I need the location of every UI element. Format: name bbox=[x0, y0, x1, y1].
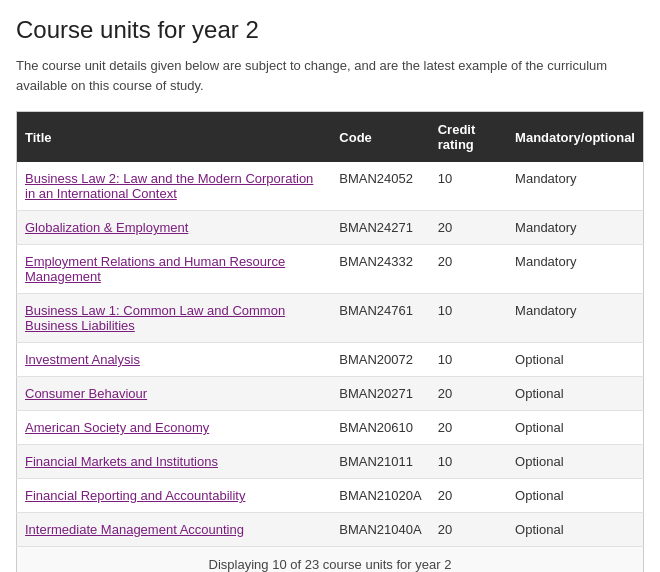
table-footer-row: Displaying 10 of 23 course units for yea… bbox=[17, 547, 644, 573]
cell-title[interactable]: Consumer Behaviour bbox=[17, 377, 332, 411]
cell-mandatory: Mandatory bbox=[507, 162, 643, 211]
cell-credit: 20 bbox=[430, 377, 507, 411]
cell-mandatory: Optional bbox=[507, 513, 643, 547]
course-link[interactable]: Consumer Behaviour bbox=[25, 386, 147, 401]
cell-credit: 10 bbox=[430, 445, 507, 479]
cell-title[interactable]: Business Law 1: Common Law and Common Bu… bbox=[17, 294, 332, 343]
course-link[interactable]: Financial Reporting and Accountability bbox=[25, 488, 245, 503]
col-header-code: Code bbox=[331, 112, 429, 163]
cell-credit: 10 bbox=[430, 294, 507, 343]
cell-code: BMAN24052 bbox=[331, 162, 429, 211]
cell-mandatory: Mandatory bbox=[507, 211, 643, 245]
intro-text: The course unit details given below are … bbox=[16, 56, 644, 95]
cell-code: BMAN24332 bbox=[331, 245, 429, 294]
cell-code: BMAN24761 bbox=[331, 294, 429, 343]
cell-code: BMAN24271 bbox=[331, 211, 429, 245]
table-row: Financial Reporting and AccountabilityBM… bbox=[17, 479, 644, 513]
cell-credit: 20 bbox=[430, 411, 507, 445]
course-link[interactable]: Business Law 1: Common Law and Common Bu… bbox=[25, 303, 285, 333]
cell-mandatory: Optional bbox=[507, 343, 643, 377]
cell-title[interactable]: Globalization & Employment bbox=[17, 211, 332, 245]
course-link[interactable]: Business Law 2: Law and the Modern Corpo… bbox=[25, 171, 313, 201]
cell-title[interactable]: Business Law 2: Law and the Modern Corpo… bbox=[17, 162, 332, 211]
table-row: Business Law 1: Common Law and Common Bu… bbox=[17, 294, 644, 343]
cell-credit: 10 bbox=[430, 343, 507, 377]
col-header-mandatory: Mandatory/optional bbox=[507, 112, 643, 163]
course-link[interactable]: Financial Markets and Institutions bbox=[25, 454, 218, 469]
table-row: Consumer BehaviourBMAN2027120Optional bbox=[17, 377, 644, 411]
table-row: Globalization & EmploymentBMAN2427120Man… bbox=[17, 211, 644, 245]
table-row: Investment AnalysisBMAN2007210Optional bbox=[17, 343, 644, 377]
cell-credit: 20 bbox=[430, 513, 507, 547]
cell-mandatory: Optional bbox=[507, 377, 643, 411]
cell-title[interactable]: Employment Relations and Human Resource … bbox=[17, 245, 332, 294]
cell-code: BMAN21011 bbox=[331, 445, 429, 479]
table-row: American Society and EconomyBMAN2061020O… bbox=[17, 411, 644, 445]
cell-mandatory: Mandatory bbox=[507, 294, 643, 343]
col-header-title: Title bbox=[17, 112, 332, 163]
cell-mandatory: Optional bbox=[507, 445, 643, 479]
cell-title[interactable]: Financial Reporting and Accountability bbox=[17, 479, 332, 513]
course-link[interactable]: American Society and Economy bbox=[25, 420, 209, 435]
course-link[interactable]: Globalization & Employment bbox=[25, 220, 188, 235]
cell-mandatory: Optional bbox=[507, 479, 643, 513]
cell-credit: 20 bbox=[430, 479, 507, 513]
table-row: Business Law 2: Law and the Modern Corpo… bbox=[17, 162, 644, 211]
page-title: Course units for year 2 bbox=[16, 16, 644, 44]
cell-code: BMAN21020A bbox=[331, 479, 429, 513]
cell-mandatory: Optional bbox=[507, 411, 643, 445]
course-link[interactable]: Investment Analysis bbox=[25, 352, 140, 367]
cell-title[interactable]: Investment Analysis bbox=[17, 343, 332, 377]
cell-credit: 20 bbox=[430, 245, 507, 294]
course-link[interactable]: Intermediate Management Accounting bbox=[25, 522, 244, 537]
cell-credit: 10 bbox=[430, 162, 507, 211]
cell-code: BMAN21040A bbox=[331, 513, 429, 547]
footer-text: Displaying 10 of 23 course units for yea… bbox=[17, 547, 644, 573]
table-header-row: Title Code Credit rating Mandatory/optio… bbox=[17, 112, 644, 163]
table-row: Employment Relations and Human Resource … bbox=[17, 245, 644, 294]
cell-code: BMAN20610 bbox=[331, 411, 429, 445]
course-link[interactable]: Employment Relations and Human Resource … bbox=[25, 254, 285, 284]
cell-mandatory: Mandatory bbox=[507, 245, 643, 294]
course-units-table: Title Code Credit rating Mandatory/optio… bbox=[16, 111, 644, 572]
cell-title[interactable]: American Society and Economy bbox=[17, 411, 332, 445]
cell-code: BMAN20072 bbox=[331, 343, 429, 377]
cell-code: BMAN20271 bbox=[331, 377, 429, 411]
cell-title[interactable]: Financial Markets and Institutions bbox=[17, 445, 332, 479]
table-row: Intermediate Management AccountingBMAN21… bbox=[17, 513, 644, 547]
table-row: Financial Markets and InstitutionsBMAN21… bbox=[17, 445, 644, 479]
cell-credit: 20 bbox=[430, 211, 507, 245]
col-header-credit: Credit rating bbox=[430, 112, 507, 163]
cell-title[interactable]: Intermediate Management Accounting bbox=[17, 513, 332, 547]
